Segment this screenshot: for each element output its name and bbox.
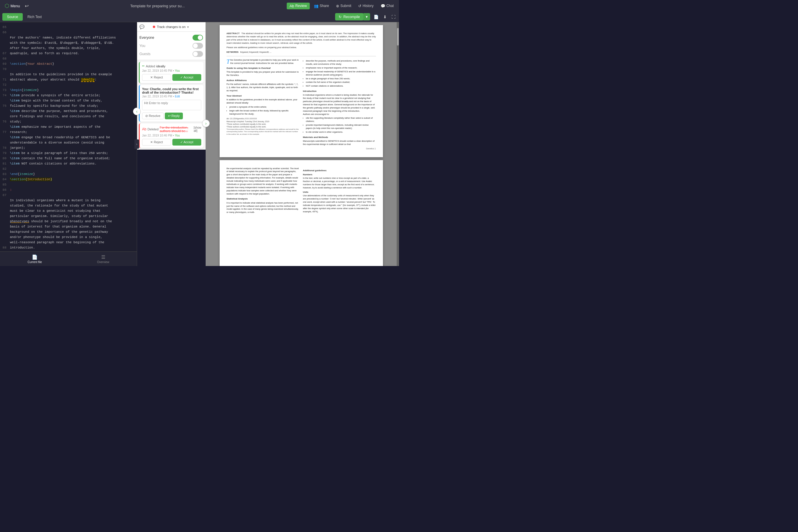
chat-icon-small: 💬 — [139, 24, 145, 29]
units-title: Units — [303, 191, 376, 194]
list-item: be a single paragraph of less than 250 w… — [306, 77, 376, 80]
resolve-button[interactable]: ⊘ Resolve — [142, 113, 164, 119]
you-toggle[interactable] — [192, 43, 203, 49]
preview-content[interactable]: ABSTRACT The abstract should be written … — [206, 22, 397, 266]
pencil-icon: ✏ — [142, 64, 145, 68]
topbar-actions: Ab Review 👥 Share ⊕ Submit ↺ History 💬 C… — [287, 3, 397, 10]
preview-divider — [227, 56, 376, 56]
menu-button[interactable]: ⬡ Menu — [2, 1, 22, 10]
tab-richtext[interactable]: Rich Text — [23, 13, 46, 21]
change-meta-2: Jan 22, 2019 10:46 PM • You — [142, 134, 201, 137]
tab-source[interactable]: Source — [2, 13, 23, 21]
abstract-body: The abstract should be written for peopl… — [227, 32, 376, 44]
your-abstract-title: Your Abstract — [227, 94, 300, 97]
list-item: provide a synopsis of the entire article… — [230, 106, 300, 109]
change-header: ✏ Added ideally — [142, 64, 201, 68]
reply-input[interactable] — [142, 100, 201, 110]
chat-icon: 💬 — [381, 4, 385, 8]
page2-body: the experimental analysis could be repea… — [227, 167, 300, 196]
editor-toolbar: Source Rich Text ↻ Recompile ▾ 📄 ⬇ ⛶ — [0, 12, 399, 22]
change-meta: Jan 22, 2019 10:45 PM • You — [142, 69, 201, 72]
editor-expand-right[interactable]: › — [134, 139, 139, 149]
footnotes: doi: 10.1534/genetics.XXX.XXXXXX Manuscr… — [227, 117, 300, 135]
accept-button-1[interactable]: ✓ Accept — [172, 74, 202, 81]
change-buttons-2: ✕ Reject ✓ Accept — [142, 139, 201, 146]
tab-overview[interactable]: ☰ Overview — [91, 253, 115, 265]
keywords-section: KEYWORDS Keyword; Keyword2; Keyword3; ..… — [227, 51, 376, 54]
change-action-2: Deleted — [148, 128, 159, 131]
reject-button-2[interactable]: ✕ Reject — [142, 139, 171, 146]
reply-button[interactable]: ↩ Reply — [165, 113, 183, 119]
review-icon: Ab — [290, 4, 294, 8]
guests-toggle[interactable] — [192, 51, 203, 57]
share-icon: 👥 — [314, 4, 319, 8]
materials-title: Materials and Methods — [303, 136, 376, 139]
guide-body: This template is provided to help you pr… — [227, 71, 300, 77]
everyone-toggle[interactable] — [192, 35, 203, 40]
editor-panel: 65 66 67 68 69 70 71 72 73 74 75 76 — [0, 22, 137, 266]
change-buttons: ✕ Reject ✓ Accept — [142, 74, 201, 81]
review-button[interactable]: Ab Review — [287, 3, 310, 10]
units-body: Use abbreviations of the customary units… — [303, 194, 376, 213]
submit-button[interactable]: ⊕ Submit — [333, 3, 354, 10]
preview-panel: ABSTRACT The abstract should be written … — [206, 22, 399, 266]
list-item: cite the supporting literature completel… — [306, 117, 376, 123]
middle-nav-left-arrow[interactable]: ‹ — [133, 108, 140, 115]
share-button[interactable]: 👥 Share — [311, 3, 332, 10]
list-item: NOT contain citations or abbreviations. — [306, 84, 376, 88]
change-card-deleted: Ab Deleted For the introduction, authors… — [139, 124, 204, 148]
overview-icon: ☰ — [101, 254, 105, 260]
preview-col-right: describe the purpose, methods and proced… — [303, 59, 376, 146]
abstract-section: ABSTRACT The abstract should be written … — [227, 32, 376, 49]
preview-scrollbar[interactable] — [397, 22, 399, 266]
code-editor[interactable]: For the authors' names, indicate differe… — [9, 22, 137, 251]
right-list-intro: describe the purpose, methods and proced… — [303, 59, 376, 88]
file-icon-button[interactable]: 📄 — [373, 14, 380, 20]
intro-list-intro: Authors are encouraged to: cite the supp… — [303, 113, 376, 134]
abstract-title: ABSTRACT — [227, 32, 240, 35]
toggle-group: Everyone You Guests — [137, 32, 205, 60]
change-card-added: ✏ Added ideally Jan 22, 2019 10:45 PM • … — [139, 62, 204, 83]
editor-content-area[interactable]: 65 66 67 68 69 70 71 72 73 74 75 76 — [0, 22, 137, 251]
topbar: ⬡ Menu ↩ Template for preparing your su.… — [0, 0, 399, 12]
history-button[interactable]: ↺ History — [355, 3, 376, 10]
stat-title: Statistical Analysis — [227, 197, 300, 201]
keywords-value: Keyword; Keyword2; Keyword3; ... — [240, 51, 271, 53]
change-action: Added — [146, 64, 155, 68]
recompile-dropdown-button[interactable]: ▾ — [363, 13, 370, 20]
abstract-note: Please see additional guidelines notes o… — [227, 46, 376, 49]
list-item: provide important background citations, … — [306, 124, 376, 130]
list-item: to cite similar work in other organisms. — [306, 131, 376, 134]
toggle-knob — [198, 35, 203, 40]
document-title: Template for preparing your su... — [31, 4, 284, 8]
menu-label: Menu — [11, 4, 20, 8]
right-list: describe the purpose, methods and proced… — [303, 59, 376, 88]
tab-current-file[interactable]: 📄 Current file — [22, 253, 48, 265]
expand-icon-button[interactable]: ⛶ — [390, 14, 397, 20]
keywords-label: KEYWORDS — [227, 51, 239, 53]
numbers-title: Numbers — [303, 173, 376, 176]
dropcap: T — [227, 59, 230, 64]
preview-col-2-right: Additional guidelines Numbers In the tex… — [303, 167, 376, 214]
change-text: ideally — [156, 64, 165, 68]
track-indicator: Track changes is on ▾ — [153, 25, 189, 28]
show-all-link[interactable]: [show all] — [194, 126, 201, 132]
reject-button-1[interactable]: ✕ Reject — [142, 74, 171, 81]
toggle-everyone-row: Everyone — [139, 34, 203, 42]
chat-button[interactable]: 💬 Chat — [378, 3, 397, 10]
toggle-you-row: You — [139, 42, 203, 50]
middle-scroll[interactable]: ✏ Added ideally Jan 22, 2019 10:45 PM • … — [137, 60, 205, 150]
affiliations-title: Author Affiliations — [227, 79, 300, 82]
download-icon-button[interactable]: ⬇ — [382, 14, 388, 20]
accept-button-2[interactable]: ✓ Accept — [172, 139, 202, 146]
refresh-icon: ↻ — [339, 15, 342, 19]
overleaf-icon: ⬡ — [5, 3, 10, 9]
comment-card: You: Charlie, could you write the first … — [139, 85, 204, 121]
undo-icon[interactable]: ↩ — [25, 3, 28, 9]
preview-two-col: T his Genetics journal template is provi… — [227, 59, 376, 146]
preview-col-2-left: the experimental analysis could be repea… — [227, 167, 300, 214]
page-number-1: Genetics 1 — [227, 147, 376, 150]
additional-title: Additional guidelines — [303, 169, 376, 172]
recompile-button[interactable]: ↻ Recompile — [335, 13, 363, 20]
toggle-knob-you — [193, 43, 198, 48]
